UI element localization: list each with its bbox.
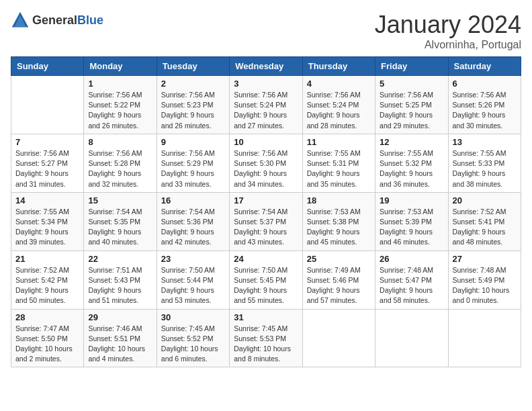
day-info: Sunrise: 7:56 AMSunset: 5:28 PMDaylight:…	[88, 148, 152, 189]
calendar-week-2: 7Sunrise: 7:56 AMSunset: 5:27 PMDaylight…	[11, 134, 521, 192]
day-number: 30	[161, 312, 225, 322]
day-info: Sunrise: 7:48 AMSunset: 5:47 PMDaylight:…	[380, 265, 443, 306]
calendar-cell: 5Sunrise: 7:56 AMSunset: 5:25 PMDaylight…	[375, 76, 448, 134]
day-info: Sunrise: 7:56 AMSunset: 5:25 PMDaylight:…	[380, 90, 443, 131]
calendar-cell: 19Sunrise: 7:53 AMSunset: 5:39 PMDayligh…	[375, 192, 448, 250]
calendar-cell: 25Sunrise: 7:49 AMSunset: 5:46 PMDayligh…	[302, 250, 375, 309]
day-number: 19	[380, 195, 443, 205]
logo-text-general: General	[32, 13, 77, 27]
calendar-cell: 15Sunrise: 7:54 AMSunset: 5:35 PMDayligh…	[84, 192, 157, 250]
day-info: Sunrise: 7:52 AMSunset: 5:42 PMDaylight:…	[15, 265, 79, 306]
day-number: 12	[380, 137, 443, 147]
calendar-cell	[448, 309, 521, 367]
calendar-week-3: 14Sunrise: 7:55 AMSunset: 5:34 PMDayligh…	[11, 192, 521, 250]
calendar-cell: 23Sunrise: 7:50 AMSunset: 5:44 PMDayligh…	[157, 250, 229, 309]
day-number: 15	[88, 195, 152, 205]
calendar-cell: 12Sunrise: 7:55 AMSunset: 5:32 PMDayligh…	[375, 134, 448, 192]
calendar-title: January 2024	[375, 11, 521, 39]
day-number: 29	[88, 312, 152, 322]
day-info: Sunrise: 7:56 AMSunset: 5:26 PMDaylight:…	[453, 90, 517, 131]
day-number: 23	[161, 254, 225, 264]
day-info: Sunrise: 7:56 AMSunset: 5:23 PMDaylight:…	[161, 90, 225, 131]
day-number: 31	[234, 312, 298, 322]
calendar-cell	[375, 309, 448, 367]
calendar-cell: 18Sunrise: 7:53 AMSunset: 5:38 PMDayligh…	[302, 192, 375, 250]
calendar-cell: 6Sunrise: 7:56 AMSunset: 5:26 PMDaylight…	[448, 76, 521, 134]
day-info: Sunrise: 7:54 AMSunset: 5:35 PMDaylight:…	[88, 207, 152, 248]
calendar-cell: 13Sunrise: 7:55 AMSunset: 5:33 PMDayligh…	[448, 134, 521, 192]
calendar-cell: 17Sunrise: 7:54 AMSunset: 5:37 PMDayligh…	[230, 192, 302, 250]
weekday-header-wednesday: Wednesday	[230, 57, 302, 76]
logo: GeneralBlue	[11, 11, 103, 30]
calendar-cell: 26Sunrise: 7:48 AMSunset: 5:47 PMDayligh…	[375, 250, 448, 309]
day-number: 5	[380, 79, 443, 89]
day-info: Sunrise: 7:52 AMSunset: 5:41 PMDaylight:…	[453, 207, 517, 248]
calendar-cell: 31Sunrise: 7:45 AMSunset: 5:53 PMDayligh…	[230, 309, 302, 367]
day-number: 17	[234, 195, 298, 205]
calendar-cell: 4Sunrise: 7:56 AMSunset: 5:24 PMDaylight…	[302, 76, 375, 134]
day-number: 26	[380, 254, 443, 264]
day-info: Sunrise: 7:53 AMSunset: 5:39 PMDaylight:…	[380, 207, 443, 248]
calendar-cell: 28Sunrise: 7:47 AMSunset: 5:50 PMDayligh…	[11, 309, 84, 367]
calendar-cell: 7Sunrise: 7:56 AMSunset: 5:27 PMDaylight…	[11, 134, 84, 192]
calendar-cell: 30Sunrise: 7:45 AMSunset: 5:52 PMDayligh…	[157, 309, 229, 367]
day-info: Sunrise: 7:51 AMSunset: 5:43 PMDaylight:…	[88, 265, 152, 306]
weekday-header-friday: Friday	[375, 57, 448, 76]
day-info: Sunrise: 7:46 AMSunset: 5:51 PMDaylight:…	[88, 324, 152, 365]
day-info: Sunrise: 7:55 AMSunset: 5:34 PMDaylight:…	[15, 207, 79, 248]
day-number: 21	[15, 254, 79, 264]
title-block: January 2024 Alvorninha, Portugal	[375, 11, 521, 51]
calendar-cell: 20Sunrise: 7:52 AMSunset: 5:41 PMDayligh…	[448, 192, 521, 250]
calendar-cell: 8Sunrise: 7:56 AMSunset: 5:28 PMDaylight…	[84, 134, 157, 192]
day-info: Sunrise: 7:54 AMSunset: 5:37 PMDaylight:…	[234, 207, 298, 248]
day-number: 2	[161, 79, 225, 89]
day-info: Sunrise: 7:50 AMSunset: 5:45 PMDaylight:…	[234, 265, 298, 306]
day-info: Sunrise: 7:45 AMSunset: 5:53 PMDaylight:…	[234, 324, 298, 365]
weekday-header-sunday: Sunday	[11, 57, 84, 76]
logo-icon	[11, 11, 30, 30]
day-info: Sunrise: 7:50 AMSunset: 5:44 PMDaylight:…	[161, 265, 225, 306]
day-info: Sunrise: 7:53 AMSunset: 5:38 PMDaylight:…	[307, 207, 371, 248]
calendar-cell: 29Sunrise: 7:46 AMSunset: 5:51 PMDayligh…	[84, 309, 157, 367]
day-number: 7	[15, 137, 79, 147]
calendar-body: 1Sunrise: 7:56 AMSunset: 5:22 PMDaylight…	[11, 76, 521, 367]
day-number: 4	[307, 79, 371, 89]
calendar-cell: 27Sunrise: 7:48 AMSunset: 5:49 PMDayligh…	[448, 250, 521, 309]
calendar-cell: 14Sunrise: 7:55 AMSunset: 5:34 PMDayligh…	[11, 192, 84, 250]
calendar-cell: 21Sunrise: 7:52 AMSunset: 5:42 PMDayligh…	[11, 250, 84, 309]
day-number: 1	[88, 79, 152, 89]
calendar-cell: 16Sunrise: 7:54 AMSunset: 5:36 PMDayligh…	[157, 192, 229, 250]
weekday-header-tuesday: Tuesday	[157, 57, 229, 76]
calendar-cell: 9Sunrise: 7:56 AMSunset: 5:29 PMDaylight…	[157, 134, 229, 192]
calendar-cell: 11Sunrise: 7:55 AMSunset: 5:31 PMDayligh…	[302, 134, 375, 192]
day-info: Sunrise: 7:56 AMSunset: 5:24 PMDaylight:…	[234, 90, 298, 131]
page-header: GeneralBlue January 2024 Alvorninha, Por…	[11, 11, 521, 51]
day-number: 13	[453, 137, 517, 147]
calendar-cell	[11, 76, 84, 134]
day-info: Sunrise: 7:45 AMSunset: 5:52 PMDaylight:…	[161, 324, 225, 365]
day-number: 24	[234, 254, 298, 264]
day-number: 27	[453, 254, 517, 264]
day-number: 14	[15, 195, 79, 205]
day-info: Sunrise: 7:48 AMSunset: 5:49 PMDaylight:…	[453, 265, 517, 306]
calendar-cell: 10Sunrise: 7:56 AMSunset: 5:30 PMDayligh…	[230, 134, 302, 192]
day-number: 16	[161, 195, 225, 205]
day-number: 22	[88, 254, 152, 264]
calendar-cell: 2Sunrise: 7:56 AMSunset: 5:23 PMDaylight…	[157, 76, 229, 134]
day-info: Sunrise: 7:56 AMSunset: 5:22 PMDaylight:…	[88, 90, 152, 131]
day-number: 18	[307, 195, 371, 205]
day-info: Sunrise: 7:56 AMSunset: 5:27 PMDaylight:…	[15, 148, 79, 189]
calendar-cell: 1Sunrise: 7:56 AMSunset: 5:22 PMDaylight…	[84, 76, 157, 134]
calendar-table: SundayMondayTuesdayWednesdayThursdayFrid…	[11, 56, 521, 367]
weekday-header-monday: Monday	[84, 57, 157, 76]
day-number: 28	[15, 312, 79, 322]
day-number: 25	[307, 254, 371, 264]
calendar-cell: 3Sunrise: 7:56 AMSunset: 5:24 PMDaylight…	[230, 76, 302, 134]
day-info: Sunrise: 7:55 AMSunset: 5:31 PMDaylight:…	[307, 148, 371, 189]
day-number: 6	[453, 79, 517, 89]
calendar-subtitle: Alvorninha, Portugal	[375, 39, 521, 51]
day-info: Sunrise: 7:55 AMSunset: 5:32 PMDaylight:…	[380, 148, 443, 189]
logo-text-blue: Blue	[77, 13, 103, 27]
calendar-cell: 24Sunrise: 7:50 AMSunset: 5:45 PMDayligh…	[230, 250, 302, 309]
day-number: 10	[234, 137, 298, 147]
